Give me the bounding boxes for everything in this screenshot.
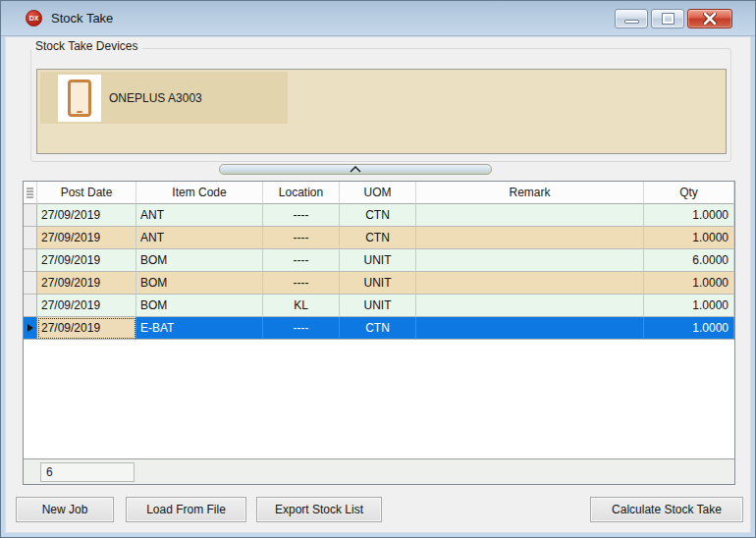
- maximize-button[interactable]: [651, 9, 684, 28]
- column-header-remark[interactable]: Remark: [416, 182, 644, 204]
- cell-remark[interactable]: [416, 317, 644, 340]
- titlebar[interactable]: DX Stock Take: [1, 1, 755, 36]
- table-row[interactable]: 27/09/2019 ANT ---- CTN 1.0000: [24, 204, 734, 227]
- devices-group-label: Stock Take Devices: [31, 39, 142, 53]
- row-indicator-current: [24, 317, 37, 340]
- current-row-arrow-icon: [27, 324, 33, 332]
- cell-remark[interactable]: [416, 227, 644, 249]
- window-content: Stock Take Devices ONEPLUS A3003: [5, 36, 751, 533]
- table-row[interactable]: 27/09/2019 BOM ---- UNIT 6.0000: [24, 249, 734, 272]
- stock-take-window: DX Stock Take Stock Take Devices: [0, 0, 756, 538]
- cell-uom[interactable]: CTN: [340, 227, 416, 249]
- grid-status-bar: 6: [24, 458, 734, 484]
- device-name: ONEPLUS A3003: [109, 91, 202, 105]
- window-title: Stock Take: [51, 11, 113, 26]
- cell-uom[interactable]: UNIT: [340, 249, 416, 272]
- cell-qty[interactable]: 1.0000: [644, 227, 734, 249]
- table-row-selected[interactable]: 27/09/2019 E-BAT ---- CTN 1.0000: [24, 317, 734, 340]
- table-row[interactable]: 27/09/2019 BOM KL UNIT 1.0000: [24, 295, 734, 317]
- export-stock-list-button[interactable]: Export Stock List: [256, 497, 382, 522]
- cell-post-date[interactable]: 27/09/2019: [37, 272, 136, 295]
- cell-location[interactable]: ----: [263, 317, 340, 340]
- cell-qty[interactable]: 1.0000: [644, 272, 734, 295]
- cell-remark[interactable]: [416, 204, 644, 227]
- cell-post-date[interactable]: 27/09/2019: [37, 295, 136, 317]
- calculate-stock-take-button[interactable]: Calculate Stock Take: [590, 497, 743, 522]
- device-list[interactable]: ONEPLUS A3003: [36, 69, 727, 154]
- cell-location[interactable]: ----: [263, 249, 340, 272]
- cell-uom[interactable]: CTN: [340, 204, 416, 227]
- row-indicator: [24, 295, 37, 317]
- stock-take-grid: Post Date Item Code Location UOM Remark …: [23, 181, 735, 485]
- minimize-icon: [624, 20, 639, 24]
- grid-customize-icon: [26, 187, 34, 199]
- table-row[interactable]: 27/09/2019 BOM ---- UNIT 1.0000: [24, 272, 734, 295]
- cell-remark[interactable]: [416, 295, 644, 317]
- column-header-post-date[interactable]: Post Date: [37, 182, 136, 204]
- load-from-file-button[interactable]: Load From File: [126, 497, 246, 522]
- column-header-uom[interactable]: UOM: [340, 182, 416, 204]
- cell-post-date-focused[interactable]: 27/09/2019: [37, 317, 136, 340]
- cell-uom[interactable]: UNIT: [340, 295, 416, 317]
- chevron-up-icon: [349, 166, 362, 173]
- cell-uom[interactable]: CTN: [340, 317, 416, 340]
- table-row[interactable]: 27/09/2019 ANT ---- CTN 1.0000: [24, 227, 734, 249]
- column-header-item-code[interactable]: Item Code: [136, 182, 263, 204]
- window-controls: [615, 9, 732, 28]
- splitter-collapse-handle[interactable]: [219, 164, 492, 175]
- cell-item-code[interactable]: ANT: [136, 204, 263, 227]
- column-header-location[interactable]: Location: [263, 182, 340, 204]
- close-button[interactable]: [687, 9, 732, 28]
- cell-location[interactable]: ----: [263, 227, 340, 249]
- column-header-qty[interactable]: Qty: [644, 182, 734, 204]
- cell-item-code[interactable]: BOM: [136, 295, 263, 317]
- cell-item-code[interactable]: E-BAT: [136, 317, 263, 340]
- cell-qty[interactable]: 6.0000: [644, 249, 734, 272]
- cell-post-date[interactable]: 27/09/2019: [37, 249, 136, 272]
- cell-qty[interactable]: 1.0000: [644, 204, 734, 227]
- cell-remark[interactable]: [416, 272, 644, 295]
- cell-post-date[interactable]: 27/09/2019: [37, 227, 136, 249]
- new-job-button[interactable]: New Job: [16, 497, 114, 522]
- cell-post-date[interactable]: 27/09/2019: [37, 204, 136, 227]
- grid-empty-area: [24, 340, 734, 458]
- device-item-selected[interactable]: ONEPLUS A3003: [40, 72, 288, 124]
- cell-location[interactable]: ----: [263, 272, 340, 295]
- cell-qty[interactable]: 1.0000: [644, 295, 734, 317]
- maximize-icon: [663, 14, 674, 24]
- cell-remark[interactable]: [416, 249, 644, 272]
- app-icon: DX: [26, 10, 42, 27]
- row-indicator: [24, 272, 37, 295]
- row-indicator-header[interactable]: [24, 182, 37, 204]
- cell-location[interactable]: KL: [263, 295, 340, 317]
- phone-icon: [58, 75, 101, 122]
- row-indicator: [24, 204, 37, 227]
- splitter-strip: [6, 161, 750, 179]
- cell-item-code[interactable]: ANT: [136, 227, 263, 249]
- cell-uom[interactable]: UNIT: [340, 272, 416, 295]
- grid-header-row: Post Date Item Code Location UOM Remark …: [24, 182, 734, 204]
- cell-qty[interactable]: 1.0000: [644, 317, 734, 340]
- record-count-box: 6: [40, 462, 135, 482]
- row-indicator: [24, 249, 37, 272]
- close-icon: [703, 13, 717, 25]
- cell-location[interactable]: ----: [263, 204, 340, 227]
- cell-item-code[interactable]: BOM: [136, 272, 263, 295]
- row-indicator: [24, 227, 37, 249]
- cell-item-code[interactable]: BOM: [136, 249, 263, 272]
- minimize-button[interactable]: [615, 9, 648, 28]
